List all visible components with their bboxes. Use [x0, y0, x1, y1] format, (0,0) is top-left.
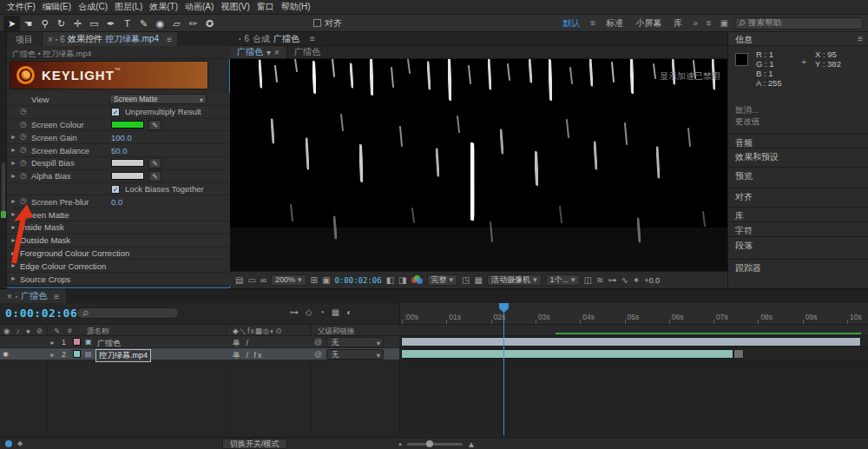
pan-behind-tool[interactable]: ✛: [69, 16, 86, 31]
panel-section[interactable]: 效果和预设: [728, 148, 868, 163]
pixel-aspect-icon[interactable]: ◫: [584, 275, 592, 285]
effect-param-row[interactable]: ►◷Screen Gain100.0: [7, 131, 230, 144]
twirl-icon[interactable]: ►: [10, 134, 16, 140]
zoom-slider-thumb[interactable]: [426, 440, 433, 447]
menu-item[interactable]: 合成(C): [75, 1, 111, 13]
tab-project[interactable]: 项目: [7, 32, 43, 46]
effect-param-row[interactable]: ◷✓Unpremultiply Result: [7, 106, 230, 119]
time-ruler[interactable]: :00s01s02s03s04s05s06s07s08s09s10s: [399, 303, 868, 324]
twirl-icon[interactable]: ►: [49, 340, 56, 346]
layer-duration-bar[interactable]: [401, 349, 733, 359]
playhead-line[interactable]: [503, 303, 504, 435]
param-value[interactable]: 100.0: [111, 133, 132, 142]
grid-guides-icon[interactable]: ▤: [235, 275, 243, 285]
panel-section[interactable]: 字符: [728, 221, 868, 237]
param-value[interactable]: 50.0: [111, 146, 128, 155]
parent-dropdown[interactable]: 无▾: [326, 337, 384, 347]
fast-previews-icon[interactable]: ≋: [596, 275, 603, 285]
close-icon[interactable]: ×: [7, 292, 12, 301]
layer-duration-bar[interactable]: [401, 337, 861, 347]
effect-param-row[interactable]: ►◷Alpha Bias✎: [7, 170, 230, 183]
workspace-item[interactable]: 小屏幕: [629, 17, 667, 30]
effect-param-row[interactable]: ViewScreen Matte▾: [7, 93, 230, 106]
eraser-tool[interactable]: ▱: [168, 16, 185, 31]
effect-param-row[interactable]: ◷Screen Colour✎: [7, 119, 230, 132]
video-column-icon[interactable]: ◉: [3, 327, 10, 335]
stopwatch-icon[interactable]: ◷: [20, 171, 27, 180]
composition-panel-header[interactable]: ▪ 6 合成 广擂色 ≡: [230, 32, 727, 46]
exposure-icon[interactable]: ✶: [633, 275, 640, 285]
solo-column-icon[interactable]: ●: [26, 327, 30, 335]
param-value[interactable]: 0.0: [111, 197, 122, 207]
param-checkbox[interactable]: ✓: [111, 108, 120, 116]
workspace-item[interactable]: 标准: [600, 17, 629, 30]
effect-param-row[interactable]: ►Source Crops: [7, 273, 230, 286]
workspace-item[interactable]: 库: [667, 17, 688, 30]
param-checkbox[interactable]: ✓: [111, 185, 120, 194]
menu-item[interactable]: 帮助(H): [278, 1, 314, 13]
selection-tool[interactable]: ➤: [3, 16, 20, 31]
menu-item[interactable]: 窗口: [253, 1, 278, 13]
twirl-icon[interactable]: ►: [10, 160, 16, 166]
type-tool[interactable]: T: [119, 16, 135, 31]
param-color-swatch[interactable]: [111, 121, 144, 129]
brush-tool[interactable]: ✎: [135, 16, 152, 31]
menu-item[interactable]: 动画(A): [181, 1, 217, 13]
lock-column-icon[interactable]: ⊘: [36, 327, 43, 335]
layer-row[interactable]: ►1▣广擂色单 /@无▾: [0, 336, 399, 348]
workspace-menu-icon[interactable]: ≡: [586, 18, 600, 28]
stopwatch-icon[interactable]: ◷: [20, 158, 27, 167]
zoom-out-icon[interactable]: ▲: [398, 441, 403, 446]
menu-item[interactable]: 编辑(E): [39, 1, 75, 13]
menu-item[interactable]: 文件(F): [3, 1, 39, 13]
param-dropdown[interactable]: Screen Matte▾: [109, 94, 207, 104]
composition-viewer[interactable]: 显示加速已禁用: [230, 59, 727, 271]
param-color-swatch[interactable]: [111, 159, 144, 167]
panel-menu-icon[interactable]: ≡: [310, 34, 315, 43]
viewer-tab[interactable]: 广擂色: [287, 46, 328, 58]
panel-menu-icon[interactable]: ≡: [858, 34, 863, 43]
zoom-tool[interactable]: ⚲: [36, 16, 53, 31]
panel-section[interactable]: 跟踪器: [728, 259, 868, 274]
effect-param-row[interactable]: ►◷Despill Bias✎: [7, 157, 230, 170]
workspace-menu-icon[interactable]: ≡: [702, 18, 716, 28]
help-search-box[interactable]: ⚲ 搜索帮助: [734, 17, 863, 30]
layer-label-chip[interactable]: [73, 350, 81, 358]
puppet-pin-tool[interactable]: ✪: [201, 16, 218, 31]
frame-blend-icon[interactable]: ▦: [332, 307, 339, 317]
parent-dropdown[interactable]: 无▾: [326, 349, 384, 360]
show-snapshot-icon[interactable]: ◨: [398, 275, 406, 285]
effect-param-row[interactable]: ✓Lock Biases Together: [7, 183, 230, 196]
hand-tool[interactable]: ☚: [20, 16, 36, 31]
layer-switches[interactable]: 单 / fx: [233, 350, 264, 361]
timeline-tab[interactable]: × ▪ 广擂色 ≡: [0, 289, 66, 303]
audio-column-icon[interactable]: ♪: [16, 327, 19, 335]
zoom-select[interactable]: 200%▾: [271, 274, 306, 286]
effect-param-row[interactable]: ►◷Screen Balance50.0: [7, 144, 230, 157]
draft-3d-icon[interactable]: ◇: [306, 307, 312, 317]
toggle-switches-button[interactable]: 切换开关/模式: [222, 439, 287, 449]
close-icon[interactable]: ×: [48, 35, 53, 44]
transparency-grid-icon[interactable]: ▦: [475, 275, 483, 285]
panel-menu-icon[interactable]: ≡: [167, 35, 172, 44]
orbit-camera-tool[interactable]: ↻: [53, 16, 69, 31]
safe-margins-icon[interactable]: ⊞: [311, 275, 318, 285]
twirl-icon[interactable]: ►: [49, 352, 56, 358]
eye-icon[interactable]: ◉: [3, 350, 9, 358]
composition-mini-flow-icon[interactable]: ⊶: [290, 307, 299, 317]
menu-item[interactable]: 图层(L): [111, 1, 146, 13]
screen-mode-icon[interactable]: ▭: [247, 275, 255, 285]
twirl-icon[interactable]: ►: [10, 275, 16, 281]
panel-section[interactable]: 库: [728, 207, 868, 222]
view-layout-select[interactable]: 1个...▾: [546, 274, 580, 286]
twirl-icon[interactable]: ►: [10, 173, 16, 179]
panel-layout-icon[interactable]: ▣: [716, 18, 733, 28]
stopwatch-icon[interactable]: ◷: [20, 132, 27, 141]
motion-blur-icon[interactable]: ◐: [346, 307, 352, 317]
eyedropper-icon[interactable]: ✎: [148, 158, 161, 168]
workspace-item[interactable]: 默认: [556, 17, 586, 30]
pickwhip-icon[interactable]: @: [314, 350, 322, 359]
zoom-slider-track[interactable]: [407, 443, 463, 446]
workspace-overflow-icon[interactable]: »: [688, 18, 702, 28]
stopwatch-icon[interactable]: ◷: [20, 107, 27, 116]
